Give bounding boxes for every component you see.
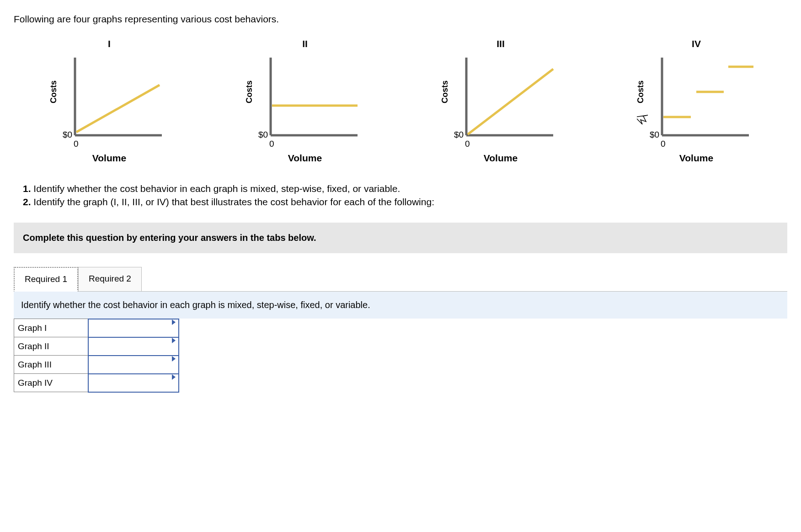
question-list: 1. Identify whether the cost behavior in… (14, 182, 787, 209)
tabs-row: Required 1 Required 2 (14, 267, 787, 292)
answer-table: Graph I Graph II Graph III Graph IV (14, 319, 179, 393)
chart-3-ylabel: Costs (441, 80, 449, 103)
dropdown-arrow-icon (172, 338, 176, 343)
chart-2-ylabel: Costs (246, 80, 254, 103)
chart-1-title: I (108, 38, 111, 49)
instruction-bar: Complete this question by entering your … (14, 223, 787, 253)
row-3-label: Graph III (14, 356, 89, 374)
row-3-dropdown[interactable] (88, 356, 179, 374)
charts-row: I Costs $0 0 Volume II Costs $0 0 (14, 38, 787, 164)
chart-2-x0: 0 (269, 139, 274, 149)
chart-1: I Costs $0 0 Volume (18, 38, 200, 164)
chart-4-title: IV (692, 38, 701, 49)
chart-3-x0: 0 (465, 139, 470, 149)
chart-3-title: III (497, 38, 505, 49)
chart-4-x0: 0 (661, 139, 666, 149)
chart-4-svg: Costs $0 0 (637, 53, 756, 149)
chart-3-line (468, 69, 553, 134)
chart-1-svg: Costs $0 0 (50, 53, 169, 149)
q1-number: 1. (23, 183, 31, 194)
chart-4-xlabel: Volume (679, 153, 713, 164)
table-row: Graph I (14, 319, 179, 337)
chart-1-y0: $0 (63, 130, 72, 139)
chart-2-xlabel: Volume (288, 153, 322, 164)
intro-text: Following are four graphs representing v… (14, 14, 787, 25)
chart-2: II Costs $0 0 Volume (214, 38, 396, 164)
chart-3-xlabel: Volume (484, 153, 518, 164)
dropdown-arrow-icon (172, 356, 176, 362)
chart-2-title: II (302, 38, 308, 49)
q2-number: 2. (23, 197, 31, 207)
q2-text: Identify the graph (I, II, III, or IV) t… (33, 197, 434, 207)
dropdown-arrow-icon (172, 319, 176, 325)
row-1-label: Graph I (14, 319, 89, 337)
row-4-dropdown[interactable] (88, 374, 179, 392)
tab-1-content: Identify whether the cost behavior in ea… (14, 291, 787, 319)
row-1-dropdown[interactable] (88, 319, 179, 337)
tab-required-2[interactable]: Required 2 (78, 267, 142, 292)
tab-required-1[interactable]: Required 1 (14, 267, 78, 292)
chart-2-y0: $0 (258, 130, 268, 139)
cursor-icon (637, 115, 648, 124)
table-row: Graph IV (14, 374, 179, 392)
chart-1-xlabel: Volume (92, 153, 126, 164)
q1-text: Identify whether the cost behavior in ea… (33, 183, 400, 194)
chart-2-svg: Costs $0 0 (246, 53, 364, 149)
chart-3-svg: Costs $0 0 (441, 53, 560, 149)
table-row: Graph II (14, 337, 179, 356)
chart-1-x0: 0 (74, 139, 79, 149)
chart-1-ylabel: Costs (50, 80, 58, 103)
row-4-label: Graph IV (14, 374, 89, 392)
chart-4: IV Costs $0 0 Volume (605, 38, 787, 164)
dropdown-arrow-icon (172, 374, 176, 380)
chart-3: III Costs $0 0 Volume (410, 38, 592, 164)
row-2-label: Graph II (14, 337, 89, 356)
table-row: Graph III (14, 356, 179, 374)
chart-3-y0: $0 (454, 130, 464, 139)
chart-4-y0: $0 (650, 130, 659, 139)
chart-4-ylabel: Costs (637, 80, 645, 103)
chart-1-line (76, 85, 160, 132)
row-2-dropdown[interactable] (88, 337, 179, 356)
